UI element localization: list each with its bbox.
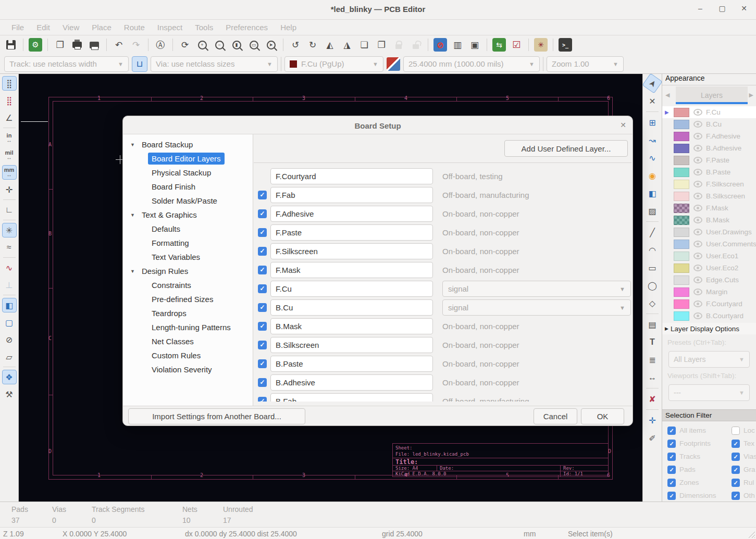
tab-scroll-left-icon[interactable]: ◀: [665, 92, 670, 98]
layer-name-input[interactable]: B.Adhesive: [270, 374, 433, 391]
layer-color-swatch[interactable]: [674, 108, 689, 117]
refresh-icon[interactable]: ⟳: [178, 38, 192, 52]
tab-scroll-right-icon[interactable]: ▶: [749, 92, 753, 98]
filter-checkbox-tracks[interactable]: ✓: [667, 453, 676, 461]
layer-presets-icon[interactable]: [387, 57, 400, 71]
text-display-icon[interactable]: ▱: [2, 349, 17, 364]
filter-checkbox-oth[interactable]: ✓: [732, 492, 740, 500]
visibility-eye-icon[interactable]: [693, 205, 702, 211]
menu-route[interactable]: Route: [118, 23, 151, 32]
visibility-eye-icon[interactable]: [693, 312, 702, 319]
zoom-fit-objects-icon[interactable]: ▭: [247, 38, 261, 52]
filter-checkbox-zones[interactable]: ✓: [667, 479, 676, 487]
tree-item-text-variables[interactable]: Text Variables: [123, 250, 253, 264]
tab-layers[interactable]: Layers: [676, 86, 748, 104]
rotate-cw-icon[interactable]: ↻: [306, 38, 319, 52]
filter-checkbox-vias[interactable]: ✓: [732, 453, 740, 461]
chevron-down-icon[interactable]: ▼: [127, 212, 138, 218]
layer-name-input[interactable]: F.Silkscreen: [270, 243, 433, 259]
board-setup-icon[interactable]: ⚙: [29, 38, 42, 52]
viewports-select[interactable]: --- ▼: [668, 384, 750, 401]
draw-polygon-icon[interactable]: ◇: [645, 296, 660, 310]
appearance-layer-row[interactable]: F.Paste: [662, 154, 756, 166]
add-rule-area-icon[interactable]: ▨: [645, 204, 660, 218]
tree-item-custom-rules[interactable]: Custom Rules: [123, 348, 253, 362]
zoom-in-icon[interactable]: +: [195, 38, 209, 52]
tree-item-formatting[interactable]: Formatting: [123, 236, 253, 250]
ok-button[interactable]: OK: [581, 408, 624, 424]
layer-type-select[interactable]: signal▼: [442, 299, 631, 316]
visibility-eye-icon[interactable]: [693, 145, 702, 152]
curved-ratsnest-icon[interactable]: ≈: [2, 240, 17, 255]
update-pcb-icon[interactable]: ⇆: [492, 38, 506, 52]
layer-color-swatch[interactable]: [674, 287, 689, 297]
layer-enabled-checkbox[interactable]: ✓: [258, 209, 267, 218]
visibility-eye-icon[interactable]: [693, 193, 702, 199]
grid-origin-icon[interactable]: ✛: [645, 413, 660, 428]
limit-45-icon[interactable]: ∟: [2, 203, 17, 217]
tree-item-solder-mask-paste[interactable]: Solder Mask/Paste: [123, 194, 253, 208]
menu-help[interactable]: Help: [274, 23, 303, 32]
grid-lock-icon[interactable]: ⣿: [2, 93, 17, 108]
lock-icon[interactable]: [392, 38, 405, 52]
track-display-icon[interactable]: ∿: [2, 260, 17, 275]
draw-arc-icon[interactable]: ◠: [645, 243, 660, 257]
filter-checkbox-dimensions[interactable]: ✓: [667, 492, 676, 500]
layer-name-input[interactable]: F.Cu: [270, 281, 433, 297]
tree-item-board-finish[interactable]: Board Finish: [123, 180, 253, 194]
layer-name-input[interactable]: F.Mask: [270, 262, 433, 278]
layer-name-input[interactable]: B.Mask: [270, 318, 433, 334]
visibility-eye-icon[interactable]: [693, 229, 702, 235]
menu-edit[interactable]: Edit: [30, 23, 56, 32]
add-user-defined-layer-button[interactable]: Add User Defined Layer...: [504, 140, 628, 157]
appearance-layer-row[interactable]: F.Mask: [662, 202, 756, 214]
appearance-layer-row[interactable]: F.Silkscreen: [662, 178, 756, 190]
appearance-layer-row[interactable]: User.Eco2: [662, 262, 756, 274]
appearance-layer-row[interactable]: ▶F.Cu: [662, 106, 756, 118]
layer-color-swatch[interactable]: [674, 168, 689, 177]
layer-enabled-checkbox[interactable]: ✓: [258, 266, 267, 274]
appearance-layer-row[interactable]: User.Drawings: [662, 226, 756, 238]
tree-item-board-editor-layers[interactable]: Board Editor Layers: [123, 152, 253, 166]
appearance-layer-row[interactable]: Edge.Cuts: [662, 274, 756, 286]
tree-item-design-rules[interactable]: ▼Design Rules: [123, 264, 253, 278]
tree-item-teardrops[interactable]: Teardrops: [123, 306, 253, 320]
ratsnest-visibility-icon[interactable]: ✳: [2, 223, 17, 237]
add-zone-icon[interactable]: ◧: [645, 186, 660, 200]
page-settings-icon[interactable]: ❐: [53, 38, 67, 52]
appearance-layer-row[interactable]: F.Courtyard: [662, 298, 756, 310]
ungroup-icon[interactable]: ❐: [375, 38, 388, 52]
unlock-icon[interactable]: [409, 38, 423, 52]
library-browser-icon[interactable]: ▥: [451, 38, 464, 52]
filter-checkbox-loc[interactable]: [732, 427, 740, 435]
appearance-layer-row[interactable]: F.Adhesive: [662, 130, 756, 142]
group-icon[interactable]: ❏: [357, 38, 371, 52]
menu-view[interactable]: View: [56, 23, 85, 32]
auto-track-width-button[interactable]: ⊔: [132, 56, 147, 72]
layer-color-swatch[interactable]: [674, 216, 689, 225]
undo-icon[interactable]: ↶: [112, 38, 126, 52]
tree-item-text-graphics[interactable]: ▼Text & Graphics: [123, 208, 253, 222]
filter-checkbox-all-items[interactable]: ✓: [667, 427, 676, 435]
tree-item-physical-stackup[interactable]: Physical Stackup: [123, 166, 253, 180]
layer-enabled-checkbox[interactable]: ✓: [258, 359, 267, 368]
print-icon[interactable]: [70, 38, 84, 52]
visibility-eye-icon[interactable]: [693, 300, 702, 307]
tree-item-constraints[interactable]: Constraints: [123, 278, 253, 292]
layer-color-swatch[interactable]: [674, 144, 689, 153]
redo-icon[interactable]: ↷: [129, 38, 143, 52]
draw-circle-icon[interactable]: ◯: [645, 278, 660, 293]
grid-visibility-icon[interactable]: ⣿: [2, 76, 17, 91]
rotate-ccw-icon[interactable]: ↺: [289, 38, 302, 52]
resize-grip[interactable]: [748, 531, 755, 538]
zoom-out-icon[interactable]: −: [213, 38, 226, 52]
layer-name-input[interactable]: B.Paste: [270, 356, 433, 372]
chevron-down-icon[interactable]: ▼: [127, 269, 138, 274]
layer-name-input[interactable]: F.Courtyard: [270, 168, 433, 184]
filter-checkbox-tex[interactable]: ✓: [732, 440, 740, 448]
properties-panel-icon[interactable]: ⚒: [2, 387, 17, 402]
presets-select[interactable]: All Layers ▼: [668, 351, 750, 368]
find-icon[interactable]: Ⓐ: [154, 38, 167, 52]
appearance-layer-row[interactable]: User.Comments: [662, 238, 756, 250]
zoom-selection-icon[interactable]: ➤: [264, 38, 278, 52]
